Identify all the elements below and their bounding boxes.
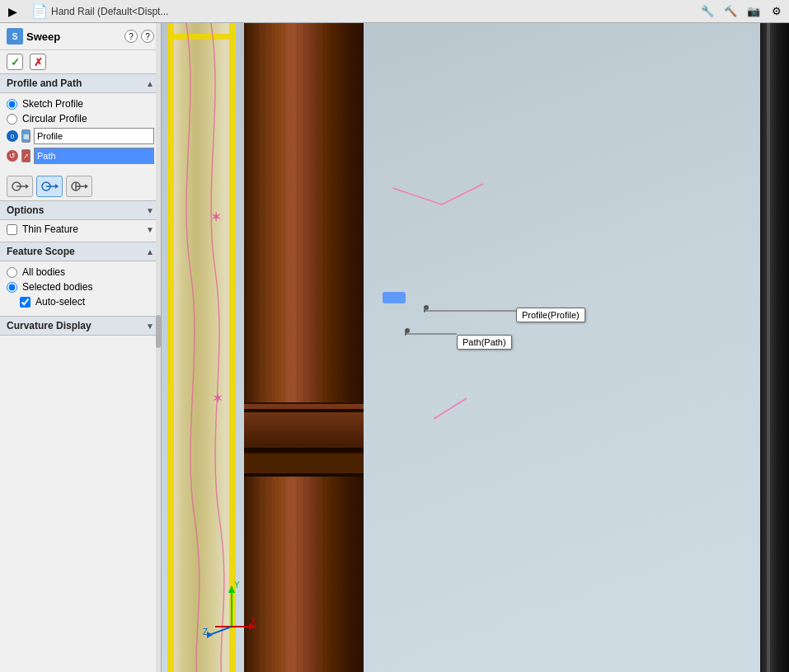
sketch-profile-row: Sketch Profile <box>7 98 154 110</box>
top-right-icons: 🔧 🔨 📷 ⚙ <box>698 2 786 21</box>
axes-indicator: Y X Z <box>203 581 261 639</box>
options-chevron: ▼ <box>146 206 154 215</box>
all-bodies-radio[interactable] <box>7 267 17 278</box>
circular-profile-row: Circular Profile <box>7 113 154 125</box>
all-bodies-row: All bodies <box>7 266 154 278</box>
viewport-content: ✶ ✶ Path(Path) Profile(Profile) <box>162 23 789 672</box>
curvature-display-chevron: ▼ <box>146 322 154 331</box>
path-input[interactable] <box>34 148 154 164</box>
orient-btn-2[interactable] <box>36 176 63 197</box>
auto-select-label: Auto-select <box>35 296 85 308</box>
feature-scope-label: Feature Scope <box>7 246 75 257</box>
svg-line-25 <box>434 398 467 419</box>
svg-text:Y: Y <box>234 581 240 590</box>
svg-marker-2 <box>26 184 29 189</box>
auto-select-checkbox[interactable] <box>20 297 31 308</box>
profile-path-header[interactable]: Profile and Path ▲ <box>0 73 161 93</box>
options-content: Thin Feature ▼ <box>0 220 161 242</box>
left-panel: S Sweep ? ? ✓ ✗ Profile and Path ▲ <box>0 23 162 672</box>
thin-feature-expand: ▼ <box>146 225 154 234</box>
path-indicator: ↺ <box>7 150 18 162</box>
breadcrumb: 📄 Hand Rail (Default<Dispt... <box>31 3 168 19</box>
check-icon: ✓ <box>11 56 20 68</box>
panel-scrollbar-thumb[interactable] <box>156 315 161 348</box>
orient-btn-1[interactable] <box>7 176 33 197</box>
sweep-feature-icon: S <box>7 28 23 45</box>
profile-path-label: Profile and Path <box>7 78 82 89</box>
svg-marker-9 <box>85 184 88 189</box>
svg-line-24 <box>392 188 442 204</box>
ok-button[interactable]: ✓ <box>7 54 23 70</box>
sketch-profile-radio[interactable] <box>7 99 17 110</box>
tool-icon-3[interactable]: 📷 <box>744 2 763 21</box>
tool-icon-4[interactable]: ⚙ <box>768 2 786 21</box>
selected-bodies-row: Selected bodies <box>7 281 154 293</box>
curvature-display-label: Curvature Display <box>7 320 92 331</box>
orient-btn-3[interactable] <box>66 176 92 197</box>
curvature-display-header[interactable]: Curvature Display ▼ <box>0 316 161 336</box>
dimension-lines-svg <box>162 23 788 672</box>
svg-marker-5 <box>55 184 59 189</box>
help-icon-1[interactable]: ? <box>124 30 138 43</box>
profile-input[interactable] <box>34 128 154 144</box>
cancel-button[interactable]: ✗ <box>30 54 46 70</box>
sweep-title: Sweep <box>26 31 121 43</box>
options-header[interactable]: Options ▼ <box>0 200 161 220</box>
path-field-row: ↺ ↗ <box>7 148 154 164</box>
help-icon-2[interactable]: ? <box>141 30 154 43</box>
collapse-icon[interactable]: ▶ <box>3 2 21 21</box>
feature-scope-chevron: ▲ <box>146 247 154 256</box>
sweep-help-icons: ? ? <box>124 30 154 43</box>
breadcrumb-text: Hand Rail (Default<Dispt... <box>51 6 168 17</box>
svg-line-32 <box>209 627 232 635</box>
profile-path-content: Sketch Profile Circular Profile 0 ▦ ↺ ↗ <box>0 93 161 172</box>
selected-bodies-label: Selected bodies <box>22 281 92 293</box>
tool-icon-2[interactable]: 🔨 <box>721 2 740 21</box>
profile-field-row: 0 ▦ <box>7 128 154 144</box>
profile-indicator: 0 <box>7 130 18 142</box>
cross-icon: ✗ <box>34 56 43 68</box>
profile-field-icon: ▦ <box>21 129 31 143</box>
selected-bodies-radio[interactable] <box>7 282 17 293</box>
file-icon: 📄 <box>31 3 48 19</box>
profile-path-chevron: ▲ <box>146 79 154 88</box>
feature-scope-content: All bodies Selected bodies Auto-select <box>0 261 161 316</box>
top-toolbar: ▶ 📄 Hand Rail (Default<Dispt... 🔧 🔨 📷 ⚙ <box>0 0 789 23</box>
ok-cancel-row: ✓ ✗ <box>0 50 161 73</box>
svg-line-23 <box>442 184 483 204</box>
sketch-profile-radio-label: Sketch Profile <box>22 98 83 110</box>
sweep-header: S Sweep ? ? <box>0 23 161 50</box>
main-layout: S Sweep ? ? ✓ ✗ Profile and Path ▲ <box>0 23 789 672</box>
thin-feature-row: Thin Feature ▼ <box>7 223 154 235</box>
svg-text:Z: Z <box>203 627 208 637</box>
viewport[interactable]: ✶ ✶ Path(Path) Profile(Profile) <box>162 23 789 672</box>
circular-profile-radio[interactable] <box>7 114 17 125</box>
path-field-icon: ↗ <box>21 149 31 162</box>
panel-scrollbar[interactable] <box>156 23 161 672</box>
circular-profile-radio-label: Circular Profile <box>22 113 87 125</box>
feature-scope-header[interactable]: Feature Scope ▲ <box>0 242 161 261</box>
auto-select-row: Auto-select <box>7 296 154 308</box>
tool-icon-1[interactable]: 🔧 <box>698 2 716 21</box>
options-label: Options <box>7 204 44 216</box>
svg-text:X: X <box>251 617 256 626</box>
thin-feature-label: Thin Feature <box>22 223 78 235</box>
orientation-row <box>0 172 161 200</box>
thin-feature-checkbox[interactable] <box>7 224 17 235</box>
all-bodies-label: All bodies <box>22 266 65 278</box>
